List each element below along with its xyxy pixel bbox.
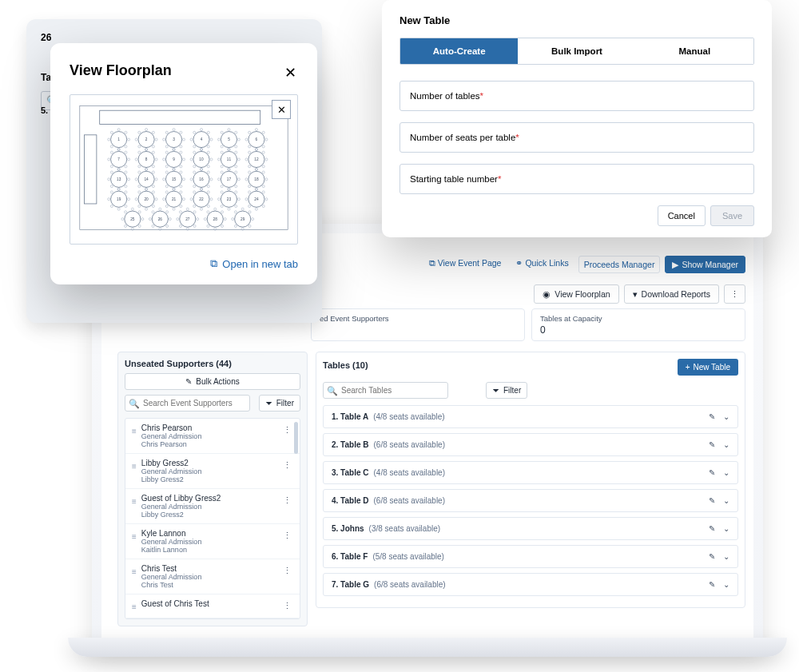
expand-table-button[interactable]: ⌄	[723, 496, 729, 505]
expand-table-button[interactable]: ⌄	[723, 412, 729, 421]
expand-table-button[interactable]: ⌄	[723, 524, 729, 533]
chevron-down-icon: ⌄	[723, 468, 729, 477]
supporter-menu-button[interactable]: ⋮	[281, 564, 293, 578]
show-manager-button[interactable]: ▶Show Manager	[665, 256, 745, 273]
svg-point-108	[217, 158, 220, 161]
edit-table-button[interactable]: ✎	[709, 524, 715, 533]
table-row[interactable]: 6. Table F (5/8 seats available) ✎ ⌄	[323, 545, 738, 568]
open-in-new-tab-link[interactable]: ⧉ Open in new tab	[70, 257, 298, 270]
view-floorplan-button[interactable]: ◉View Floorplan	[534, 284, 618, 304]
quick-links[interactable]: ⚭ Quick Links	[511, 256, 573, 273]
svg-point-265	[193, 225, 196, 227]
peek-row-idx: 5.	[41, 105, 48, 115]
filter-supporters-button[interactable]: ⏷Filter	[259, 395, 300, 412]
svg-point-68	[108, 158, 110, 161]
svg-point-201	[152, 191, 154, 193]
expand-table-button[interactable]: ⌄	[723, 468, 729, 477]
supporter-name: Chris Pearson	[141, 423, 276, 432]
drag-handle-icon[interactable]: ≡	[132, 602, 137, 611]
svg-point-79	[138, 151, 141, 153]
tab-manual[interactable]: Manual	[636, 38, 753, 64]
svg-point-128	[108, 178, 110, 181]
svg-point-65	[125, 165, 127, 168]
search-tables-input[interactable]	[323, 382, 448, 399]
seats-per-table-field[interactable]: Number of seats per table*	[400, 122, 754, 153]
supporter-item[interactable]: ≡ Guest of Libby Gress2 General Admissio…	[125, 489, 300, 524]
edit-table-button[interactable]: ✎	[709, 580, 715, 589]
edit-table-button[interactable]: ✎	[709, 440, 715, 449]
download-reports-button[interactable]: ▾Download Reports	[624, 284, 719, 304]
caret-down-icon: ▾	[633, 289, 638, 299]
expand-table-button[interactable]: ⌄	[723, 580, 729, 589]
svg-point-49	[221, 131, 223, 133]
supporter-item[interactable]: ≡ Libby Gress2 General Admission Libby G…	[125, 454, 300, 489]
svg-point-31	[180, 131, 182, 133]
supporter-host: Chris Pearson	[141, 440, 276, 448]
search-supporters-input[interactable]	[125, 395, 250, 412]
scrollbar-thumb[interactable]	[294, 422, 298, 454]
chevron-down-icon: ⌄	[723, 580, 729, 589]
table-row[interactable]: 5. Johns (3/8 seats available) ✎ ⌄	[323, 517, 738, 540]
table-row[interactable]: 3. Table C (4/8 seats available) ✎ ⌄	[323, 461, 738, 484]
drag-handle-icon[interactable]: ≡	[132, 497, 137, 506]
table-row[interactable]: 2. Table B (6/8 seats available) ✎ ⌄	[323, 433, 738, 456]
supporter-menu-button[interactable]: ⋮	[281, 494, 293, 507]
edit-table-button[interactable]: ✎	[709, 412, 715, 421]
bulk-actions-button[interactable]: ✎Bulk Actions	[125, 373, 300, 390]
svg-point-217	[193, 205, 196, 208]
stat-label: Tables at Capacity	[540, 314, 737, 323]
pencil-icon: ✎	[709, 496, 715, 505]
svg-point-27	[165, 145, 168, 148]
pencil-icon: ✎	[709, 468, 715, 477]
supporter-item[interactable]: ≡ Guest of Chris Test ⋮	[125, 594, 300, 618]
supporter-item[interactable]: ≡ Chris Test General Admission Chris Tes…	[125, 559, 300, 594]
close-modal-button[interactable]: ✕	[283, 62, 298, 83]
supporter-menu-button[interactable]: ⋮	[281, 529, 293, 543]
svg-point-157	[193, 185, 196, 188]
floorplan-image-close-button[interactable]: ✕	[272, 100, 291, 119]
expand-table-button[interactable]: ⌄	[723, 552, 729, 561]
new-table-button[interactable]: +New Table	[678, 359, 738, 376]
drag-handle-icon[interactable]: ≡	[132, 567, 137, 576]
svg-point-186	[117, 208, 120, 210]
supporter-menu-button[interactable]: ⋮	[281, 423, 293, 437]
supporter-item[interactable]: ≡ Kyle Lannon General Admission Kaitlin …	[125, 524, 300, 559]
tab-bulk-import[interactable]: Bulk Import	[518, 38, 635, 64]
eye-icon: ◉	[543, 289, 551, 299]
edit-table-button[interactable]: ✎	[709, 468, 715, 477]
table-row[interactable]: 7. Table G (6/8 seats available) ✎ ⌄	[323, 573, 738, 596]
svg-point-259	[152, 211, 154, 213]
number-of-tables-field[interactable]: Number of tables*	[400, 81, 754, 111]
svg-point-88	[163, 158, 165, 161]
filter-tables-button[interactable]: ⏷Filter	[486, 382, 527, 399]
supporter-item[interactable]: ≡ Chris Pearson General Admission Chris …	[125, 419, 300, 454]
svg-point-218	[190, 198, 193, 201]
table-row[interactable]: 1. Table A (4/8 seats available) ✎ ⌄	[323, 405, 738, 428]
svg-point-244	[141, 218, 144, 221]
cancel-button[interactable]: Cancel	[658, 205, 706, 226]
svg-point-24	[182, 138, 185, 141]
edit-table-button[interactable]: ✎	[709, 496, 715, 505]
expand-table-button[interactable]: ⌄	[723, 440, 729, 449]
drag-handle-icon[interactable]: ≡	[132, 532, 137, 541]
save-button[interactable]: Save	[710, 205, 754, 226]
svg-point-234	[265, 198, 268, 201]
starting-table-number-field[interactable]: Starting table number*	[400, 164, 754, 194]
svg-point-61	[262, 131, 264, 133]
tables-panel: Tables (10) +New Table 🔍 ⏷Filter 1. Tabl…	[316, 352, 745, 608]
tab-auto-create[interactable]: Auto-Create	[400, 38, 518, 64]
supporter-menu-button[interactable]: ⋮	[281, 599, 293, 613]
svg-point-231	[235, 191, 237, 193]
more-actions-button[interactable]: ⋮	[724, 284, 745, 304]
supporter-menu-button[interactable]: ⋮	[281, 459, 293, 472]
svg-point-274	[224, 218, 226, 221]
svg-point-120	[255, 148, 257, 150]
edit-table-button[interactable]: ✎	[709, 552, 715, 561]
table-row[interactable]: 4. Table D (6/8 seats available) ✎ ⌄	[323, 489, 738, 512]
view-event-page-link[interactable]: ⧉ View Event Page	[424, 256, 507, 273]
drag-handle-icon[interactable]: ≡	[132, 427, 137, 435]
drag-handle-icon[interactable]: ≡	[132, 462, 137, 471]
svg-point-139	[138, 171, 141, 173]
svg-point-94	[210, 158, 213, 161]
proceeds-manager-button[interactable]: Proceeds Manager	[578, 256, 661, 273]
